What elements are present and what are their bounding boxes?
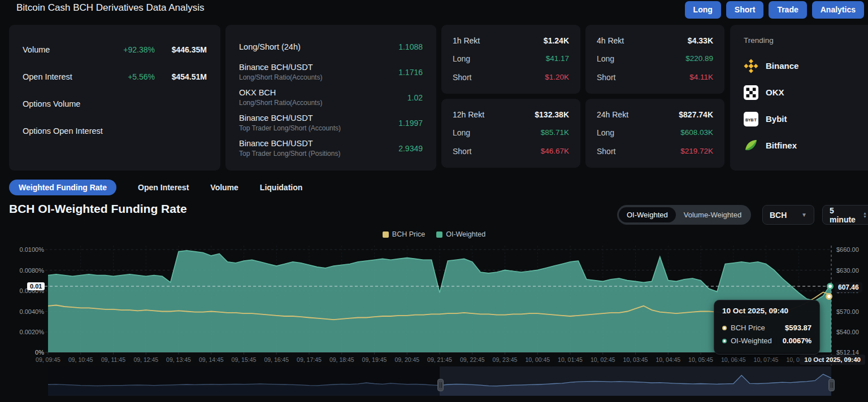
tooltip-series-dot: [722, 339, 727, 343]
x-axis-label: 09, 19:45: [362, 356, 387, 363]
crosshair-right-axis-badge: 607.46: [835, 282, 862, 292]
y-axis-right-label: $540.00: [836, 329, 859, 335]
y-axis-right-label: $630.00: [836, 267, 859, 274]
y-axis-right-label: $570.00: [836, 308, 859, 315]
x-axis-label: 09, 14:45: [199, 356, 224, 363]
x-axis-label: 10, 00:45: [525, 356, 550, 363]
x-axis-label: 09, 21:45: [427, 356, 452, 363]
x-axis-label: 09, 09:45: [36, 356, 60, 363]
chart-tooltip: 10 Oct 2025, 09:40 BCH Price$593.87OI-We…: [714, 300, 820, 355]
x-axis-label: 10, 05:45: [688, 356, 713, 363]
x-axis-label: 09, 23:45: [493, 356, 518, 363]
y-axis-left-label: 0.0020%: [9, 329, 44, 335]
x-axis-label: 09, 20:45: [394, 356, 419, 363]
x-axis-label: 09, 15:45: [232, 356, 257, 363]
x-axis-label: 09, 12:45: [133, 356, 158, 363]
y-axis-right-label: $660.00: [836, 246, 859, 253]
bch-price-last-point: [827, 294, 832, 299]
navigator-selected-window: [440, 366, 831, 396]
x-axis-label: 09, 10:45: [68, 356, 93, 363]
tooltip-row: OI-Weighted0.0067%: [722, 334, 811, 347]
bch-derivatives-dashboard: Bitcoin Cash BCH Derivatives Data Analys…: [0, 0, 868, 402]
tooltip-row: BCH Price$593.87: [722, 321, 811, 334]
y-axis-left-label: 0.0100%: [9, 246, 44, 253]
tooltip-series-dot: [722, 326, 727, 330]
x-axis-label: 09, 22:45: [460, 356, 485, 363]
y-axis-left-label: 0.0040%: [9, 308, 44, 315]
tooltip-series-value: $593.87: [785, 324, 811, 332]
x-axis-label: 10, 06:45: [721, 356, 746, 363]
x-axis-label: 10, 07:45: [754, 356, 779, 363]
x-axis-label: 09, 11:45: [101, 356, 125, 363]
navigator-dim-left: [48, 366, 440, 396]
x-axis-label: 10, 04:45: [656, 356, 680, 363]
tooltip-series-label: OI-Weighted: [731, 337, 779, 345]
y-axis-left-label: 0%: [9, 349, 44, 356]
navigator-left-handle[interactable]: [437, 379, 444, 391]
y-axis-left-label: 0.0080%: [9, 267, 44, 274]
x-axis-label: 09, 16:45: [264, 356, 289, 363]
tooltip-date: 10 Oct 2025, 09:40: [722, 307, 811, 315]
tooltip-series-label: BCH Price: [731, 324, 781, 332]
x-axis-label: 10, 03:45: [623, 356, 648, 363]
x-axis-label: 09, 18:45: [329, 356, 354, 363]
crosshair-date-badge: 10 Oct 2025, 09:40: [800, 355, 865, 365]
x-axis-label: 09, 13:45: [166, 356, 191, 363]
x-axis-label: 10, 02:45: [591, 356, 615, 363]
tooltip-series-value: 0.0067%: [783, 337, 811, 345]
navigator-right-handle[interactable]: [828, 379, 835, 391]
x-axis-label: 10, 01:45: [558, 356, 583, 363]
crosshair-left-axis-badge: 0.01: [27, 282, 45, 290]
oi-weighted-last-point: [828, 284, 833, 289]
x-axis-label: 09, 17:45: [297, 356, 322, 363]
